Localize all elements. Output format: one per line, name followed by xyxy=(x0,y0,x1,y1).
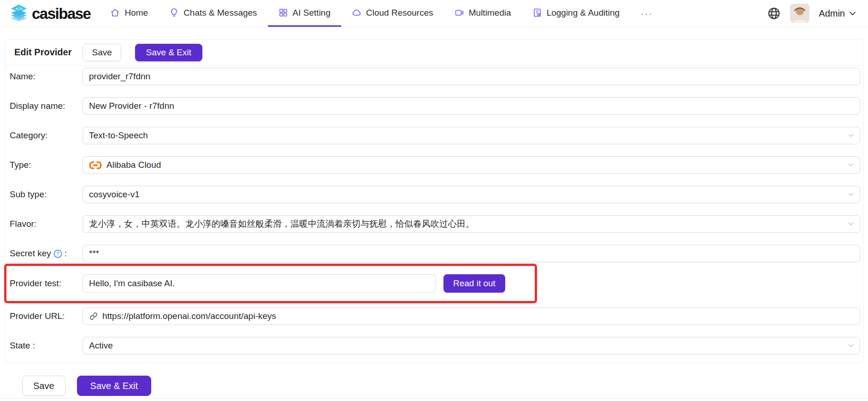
svg-text:?: ? xyxy=(56,251,59,256)
cloud-icon xyxy=(352,8,361,18)
sub-type-select[interactable]: cosyvoice-v1 xyxy=(83,186,860,203)
brand-logo[interactable]: </> casibase ★ xyxy=(9,0,90,27)
provider-url-label: Provider URL: xyxy=(10,311,83,321)
bottom-actions: Save Save & Exit xyxy=(22,376,868,396)
state-value: Active xyxy=(89,341,113,351)
user-name: Admin xyxy=(819,8,845,19)
nav-item-logging-auditing[interactable]: Logging & Auditing xyxy=(522,0,630,27)
flavor-value: 龙小淳，女，中英双语。龙小淳的嗓音如丝般柔滑，温暖中流淌着亲切与抚慰，恰似春风吹… xyxy=(89,218,474,230)
category-value: Text-to-Speech xyxy=(89,130,148,141)
alibaba-cloud-icon xyxy=(89,161,102,170)
state-select[interactable]: Active xyxy=(83,337,860,354)
top-navigation: </> casibase ★ Home Chats & Messages AI … xyxy=(0,0,868,27)
category-select[interactable]: Text-to-Speech xyxy=(83,127,860,144)
nav-item-ai-setting[interactable]: AI Setting xyxy=(268,0,341,27)
save-exit-button[interactable]: Save & Exit xyxy=(135,44,202,61)
flavor-select[interactable]: 龙小淳，女，中英双语。龙小淳的嗓音如丝般柔滑，温暖中流淌着亲切与抚慰，恰似春风吹… xyxy=(83,215,860,233)
name-input[interactable] xyxy=(83,68,860,85)
sub-type-label: Sub type: xyxy=(10,189,83,200)
brand-name: casibase xyxy=(32,6,90,21)
secret-key-label: Secret key ? : xyxy=(10,248,83,259)
type-label: Type: xyxy=(10,160,83,170)
avatar-photo xyxy=(790,4,809,23)
provider-test-label: Provider test: xyxy=(10,278,83,289)
provider-form: Name: Display name: Category: Text-to-Sp… xyxy=(5,68,863,363)
bulb-icon xyxy=(169,8,179,18)
footer-divider xyxy=(0,398,868,399)
sub-type-value: cosyvoice-v1 xyxy=(89,189,140,200)
state-label: State : xyxy=(10,341,83,351)
audit-icon xyxy=(532,8,542,18)
chevron-down-icon xyxy=(849,10,856,17)
save-exit-button-bottom[interactable]: Save & Exit xyxy=(77,376,151,396)
user-menu[interactable]: Admin xyxy=(819,8,856,19)
flavor-label: Flavor: xyxy=(10,219,83,229)
form-row-provider-test: Provider test: Read it out xyxy=(10,274,860,293)
provider-url-field xyxy=(83,307,860,325)
nav-item-multimedia[interactable]: Multimedia xyxy=(444,0,522,27)
nav-right-section: Admin xyxy=(767,0,856,27)
home-icon xyxy=(110,8,120,18)
page-title: Edit Provider xyxy=(14,47,71,58)
category-label: Category: xyxy=(10,130,83,141)
video-icon xyxy=(455,8,464,18)
read-it-out-button[interactable]: Read it out xyxy=(443,274,505,293)
form-row-secret-key: Secret key ? : xyxy=(10,245,860,262)
form-row-sub-type: Sub type: cosyvoice-v1 xyxy=(10,186,860,203)
svg-text:</>: </> xyxy=(15,6,23,11)
form-row-state: State : Active xyxy=(10,337,860,354)
nav-item-chats-messages[interactable]: Chats & Messages xyxy=(159,0,267,27)
casibase-logo-icon: </> xyxy=(9,4,29,23)
avatar[interactable] xyxy=(790,4,809,23)
globe-icon xyxy=(767,6,781,20)
form-row-flavor: Flavor: 龙小淳，女，中英双语。龙小淳的嗓音如丝般柔滑，温暖中流淌着亲切与… xyxy=(10,215,860,233)
save-button-bottom[interactable]: Save xyxy=(22,376,65,396)
form-row-name: Name: xyxy=(10,68,860,85)
form-row-category: Category: Text-to-Speech xyxy=(10,127,860,144)
type-value: Alibaba Cloud xyxy=(106,160,161,170)
card-header: Edit Provider Save Save & Exit xyxy=(5,40,863,65)
secret-key-input[interactable] xyxy=(83,245,860,262)
main-menu: Home Chats & Messages AI Setting Cloud R… xyxy=(100,0,630,27)
display-name-label: Display name: xyxy=(10,101,83,111)
grid-icon xyxy=(278,8,288,18)
form-row-display-name: Display name: xyxy=(10,97,860,115)
type-select[interactable]: Alibaba Cloud xyxy=(83,156,860,174)
form-row-type: Type: Alibaba Cloud xyxy=(10,156,860,174)
nav-item-home[interactable]: Home xyxy=(100,0,159,27)
edit-provider-card: Edit Provider Save Save & Exit Name: Dis… xyxy=(5,39,863,363)
form-row-provider-url: Provider URL: xyxy=(10,307,860,325)
nav-more-button[interactable]: ··· xyxy=(630,0,663,27)
display-name-input[interactable] xyxy=(83,97,860,115)
save-button[interactable]: Save xyxy=(83,44,121,61)
help-circle-icon[interactable]: ? xyxy=(53,249,62,258)
language-globe-button[interactable] xyxy=(767,6,781,20)
provider-url-input[interactable] xyxy=(102,311,854,321)
link-icon xyxy=(89,312,98,321)
provider-test-input[interactable] xyxy=(83,274,436,293)
nav-item-cloud-resources[interactable]: Cloud Resources xyxy=(341,0,444,27)
name-label: Name: xyxy=(10,71,83,82)
